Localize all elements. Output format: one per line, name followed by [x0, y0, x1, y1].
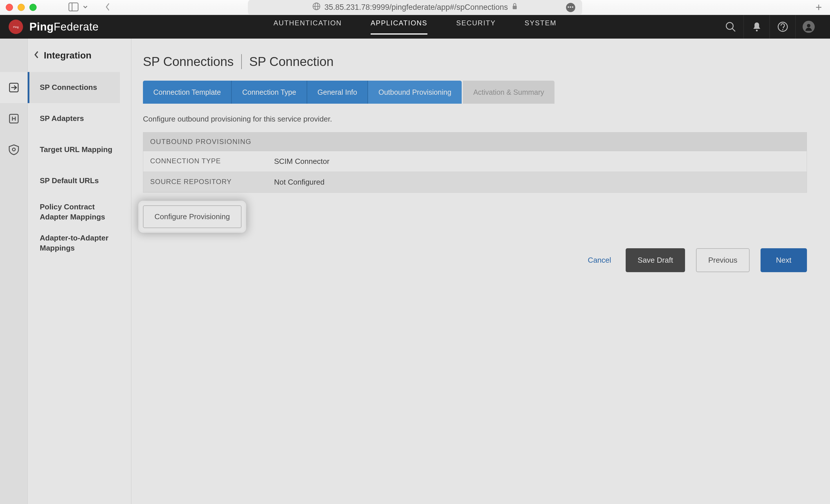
traffic-lights — [6, 4, 37, 11]
maximize-window-button[interactable] — [29, 4, 37, 11]
nav-system[interactable]: SYSTEM — [524, 19, 556, 35]
svg-rect-5 — [513, 6, 517, 9]
table-row: CONNECTION TYPE SCIM Connector — [143, 151, 807, 172]
svg-point-6 — [726, 23, 733, 29]
tab-connection-template[interactable]: Connection Template — [143, 81, 232, 104]
avatar-icon — [803, 21, 815, 33]
help-button[interactable] — [769, 15, 795, 39]
svg-point-8 — [756, 30, 758, 31]
sidebar-toggle-icon[interactable] — [68, 2, 79, 13]
minimize-window-button[interactable] — [18, 4, 25, 11]
nav-security[interactable]: SECURITY — [456, 19, 496, 35]
sidebar-item-sp-connections[interactable]: SP Connections — [28, 72, 120, 103]
row-value-connection-type: SCIM Connector — [267, 151, 807, 172]
icon-rail — [0, 39, 28, 504]
svg-line-7 — [732, 29, 735, 31]
sidebar-title: Integration — [44, 50, 91, 61]
svg-rect-0 — [69, 3, 78, 11]
svg-point-15 — [12, 148, 15, 151]
chevron-left-icon — [33, 51, 40, 60]
tab-outbound-provisioning[interactable]: Outbound Provisioning — [368, 81, 462, 104]
main-content: SP Connections SP Connection Connection … — [131, 39, 830, 504]
wizard-tabs: Connection Template Connection Type Gene… — [143, 81, 807, 104]
row-label-connection-type: CONNECTION TYPE — [143, 151, 267, 172]
tab-general-info[interactable]: General Info — [307, 81, 368, 104]
svg-point-10 — [782, 29, 783, 30]
sidebar-item-sp-adapters[interactable]: SP Adapters — [28, 103, 120, 134]
rail-token-icon[interactable] — [0, 103, 27, 134]
search-button[interactable] — [717, 15, 743, 39]
sidebar-item-policy-contract-adapter-mappings[interactable]: Policy Contract Adapter Mappings — [28, 196, 120, 228]
back-arrow-icon[interactable] — [105, 3, 110, 12]
nav-applications[interactable]: APPLICATIONS — [371, 19, 427, 35]
tab-description: Configure outbound provisioning for this… — [143, 104, 807, 132]
browser-chrome: 35.85.231.78:9999/pingfederate/app#/spCo… — [0, 0, 830, 15]
next-button[interactable]: Next — [761, 248, 807, 272]
row-value-source-repository: Not Configured — [267, 172, 807, 192]
breadcrumb-separator — [241, 54, 242, 69]
app-header: Ping PingFederate AUTHENTICATION APPLICA… — [0, 15, 830, 39]
sidebar-item-sp-default-urls[interactable]: SP Default URLs — [28, 165, 120, 196]
top-nav: AUTHENTICATION APPLICATIONS SECURITY SYS… — [274, 19, 556, 35]
sidebar: Integration SP Connections SP Adapters T… — [28, 39, 131, 504]
sidebar-back[interactable]: Integration — [28, 39, 131, 72]
globe-icon — [312, 2, 320, 12]
reader-mode-icon[interactable]: ••• — [566, 3, 575, 12]
tab-connection-type[interactable]: Connection Type — [232, 81, 307, 104]
svg-point-11 — [807, 24, 810, 27]
notifications-button[interactable] — [743, 15, 769, 39]
url-text: 35.85.231.78:9999/pingfederate/app#/spCo… — [324, 3, 508, 12]
previous-button[interactable]: Previous — [696, 248, 749, 272]
logo-mark: Ping — [9, 20, 23, 34]
logo[interactable]: Ping PingFederate — [9, 20, 99, 34]
chevron-down-icon[interactable] — [83, 4, 88, 11]
breadcrumb-current: SP Connection — [249, 55, 334, 69]
action-row: Cancel Save Draft Previous Next — [143, 248, 807, 272]
rail-integration-icon[interactable] — [0, 72, 27, 103]
save-draft-button[interactable]: Save Draft — [626, 248, 685, 272]
cancel-button[interactable]: Cancel — [584, 248, 615, 272]
configure-provisioning-button[interactable]: Configure Provisioning — [143, 205, 242, 228]
new-tab-button[interactable]: + — [816, 1, 822, 13]
row-label-source-repository: SOURCE REPOSITORY — [143, 172, 267, 192]
close-window-button[interactable] — [6, 4, 13, 11]
logo-text: PingFederate — [29, 21, 99, 33]
url-bar[interactable]: 35.85.231.78:9999/pingfederate/app#/spCo… — [248, 0, 582, 15]
user-menu-button[interactable] — [795, 15, 821, 39]
table-row: SOURCE REPOSITORY Not Configured — [143, 172, 807, 192]
header-actions — [717, 15, 821, 39]
nav-authentication[interactable]: AUTHENTICATION — [274, 19, 342, 35]
provisioning-section-header: OUTBOUND PROVISIONING — [143, 132, 807, 151]
breadcrumb: SP Connections SP Connection — [143, 54, 807, 69]
sidebar-item-target-url-mapping[interactable]: Target URL Mapping — [28, 134, 120, 165]
sidebar-item-adapter-to-adapter-mappings[interactable]: Adapter-to-Adapter Mappings — [28, 228, 120, 259]
tab-activation-summary: Activation & Summary — [463, 81, 554, 104]
provisioning-table: OUTBOUND PROVISIONING CONNECTION TYPE SC… — [143, 132, 807, 193]
breadcrumb-parent[interactable]: SP Connections — [143, 55, 234, 69]
rail-oauth-icon[interactable] — [0, 134, 27, 165]
lock-icon — [512, 3, 518, 12]
